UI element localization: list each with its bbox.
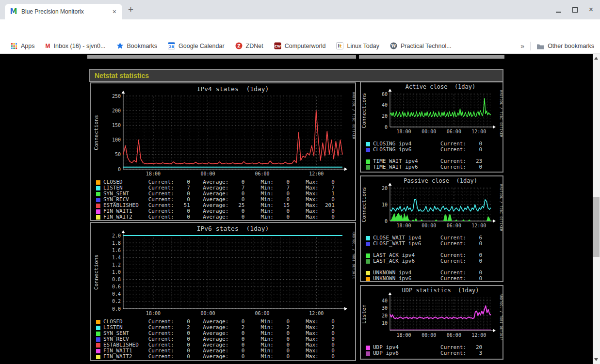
other-bookmarks[interactable]: Other bookmarks [536, 43, 594, 49]
active-close-legend: CLOSING ipv4 Current: 0CLOSING ipv6 Curr… [361, 137, 503, 170]
legend-row-text: TIME_WAIT ipv6 Current: 0 [373, 164, 482, 170]
section-title: Netstat statistics [90, 72, 149, 79]
ipv4-states-legend: CLOSED Current: 0 Average: 0 Min: 0 Max:… [91, 178, 355, 220]
svg-text:1.4: 1.4 [112, 255, 121, 260]
graph-udp-statistics[interactable]: 1020304018:0000:0006:0012:00UDP statisti… [360, 285, 503, 360]
legend-swatch [96, 215, 100, 220]
legend-swatch [366, 142, 370, 146]
legend-swatch [96, 209, 100, 214]
svg-text:M: M [10, 8, 17, 16]
bookmark-linux-today[interactable]: lt Linux Today [336, 42, 379, 49]
calendar-icon: 28 [168, 42, 175, 49]
svg-text:Listen: Listen [361, 304, 367, 324]
bookmark-bookmarks[interactable]: Bookmarks [116, 42, 158, 49]
svg-text:10: 10 [382, 202, 388, 207]
wordpress-icon: W [390, 42, 397, 49]
legend-swatch [366, 165, 370, 170]
page-scrollbar[interactable] [593, 54, 600, 364]
bookmark-google-calendar[interactable]: 28 Google Calendar [168, 42, 225, 49]
legend-swatch [96, 204, 100, 208]
legend-row-text: LAST_ACK ipv6 Current: 0 [373, 258, 482, 264]
svg-text:0.0: 0.0 [112, 306, 121, 312]
svg-text:00:00: 00:00 [200, 171, 215, 176]
legend-row-text: CLOSING ipv6 Current: 0 [373, 147, 482, 153]
svg-text:18:00: 18:00 [146, 171, 161, 176]
svg-text:0: 0 [118, 167, 121, 172]
svg-text:1.2: 1.2 [112, 262, 121, 268]
legend-swatch [366, 253, 370, 258]
passive-close-chart: 0102018:0000:0006:0012:00Passive close (… [361, 176, 503, 231]
tab-close-icon[interactable]: × [112, 8, 117, 15]
scrollbar-thumb[interactable] [593, 197, 600, 257]
svg-text:IPv6 states (1day): IPv6 states (1day) [197, 225, 269, 232]
svg-text:18:00: 18:00 [396, 129, 411, 134]
svg-text:06:00: 06:00 [255, 311, 270, 316]
legend-swatch [96, 180, 100, 185]
legend-swatch [366, 148, 370, 152]
previous-section-edge-right [359, 55, 504, 59]
svg-text:0: 0 [385, 125, 388, 130]
svg-text:RRDTOOL / TOBI OETIKER: RRDTOOL / TOBI OETIKER [499, 294, 503, 340]
svg-text:IPv4 states (1day): IPv4 states (1day) [197, 85, 269, 93]
svg-text:150: 150 [112, 123, 121, 128]
svg-text:20: 20 [382, 186, 388, 191]
svg-text:60: 60 [382, 92, 388, 97]
bookmark-computerworld[interactable]: CW Computerworld [274, 42, 326, 49]
browser-tab[interactable]: M Blue Precision Monitorix × [5, 4, 122, 19]
graph-ipv4-states[interactable]: 05010015020025018:0000:0006:0012:00IPv4 … [90, 82, 356, 221]
legend-swatch [96, 198, 100, 202]
legend-swatch [96, 337, 100, 342]
svg-text:RRDTOOL / TOBI OETIKER: RRDTOOL / TOBI OETIKER [352, 232, 355, 279]
monitorix-page: Netstat statistics 05010015020025018:000… [0, 54, 593, 364]
svg-text:0: 0 [385, 219, 388, 224]
legend-swatch [366, 236, 370, 240]
svg-text:RRDTOOL / TOBI OETIKER: RRDTOOL / TOBI OETIKER [499, 90, 503, 137]
ipv6-states-chart: 0.00.20.40.60.81.01.21.41.61.82.018:0000… [91, 223, 355, 318]
svg-text:Connections: Connections [361, 187, 367, 222]
window-minimize-icon[interactable] [556, 12, 561, 13]
legend-swatch [96, 326, 100, 330]
svg-text:50: 50 [115, 152, 121, 157]
passive-close-legend: CLOSE_WAIT ipv4 Current: 6CLOSE_WAIT ipv… [361, 231, 503, 282]
bookmark-zdnet[interactable]: Z ZDNet [235, 42, 263, 49]
svg-text:18:00: 18:00 [396, 332, 411, 338]
svg-text:RRDTOOL / TOBI OETIKER: RRDTOOL / TOBI OETIKER [499, 184, 503, 231]
svg-text:lt: lt [338, 44, 342, 48]
ipv6-states-legend: CLOSED Current: 0 Average: 0 Min: 0 Max:… [91, 318, 355, 360]
svg-text:12:00: 12:00 [471, 129, 486, 134]
bookmark-inbox[interactable]: M Inbox (16) - sjvn0... [46, 43, 106, 49]
legend-swatch [96, 320, 100, 324]
svg-text:0.6: 0.6 [112, 284, 121, 289]
scroll-down-icon[interactable] [594, 358, 598, 361]
folder-icon [536, 43, 544, 49]
legend-swatch [366, 159, 370, 164]
bookmark-practical-technology[interactable]: W Practical Technol... [390, 42, 452, 49]
svg-text:06:00: 06:00 [255, 171, 270, 176]
legend-swatch [96, 343, 100, 348]
legend-swatch [366, 242, 370, 246]
legend-swatch [366, 277, 370, 281]
legend-swatch [96, 349, 100, 353]
bookmarks-bar: Apps M Inbox (16) - sjvn0... Bookmarks 2… [0, 38, 600, 54]
svg-text:0.2: 0.2 [112, 299, 121, 304]
legend-row-text: UNKNOWN ipv6 Current: 0 [373, 276, 482, 282]
svg-text:250: 250 [112, 94, 121, 99]
svg-text:00:00: 00:00 [422, 332, 436, 338]
svg-text:100: 100 [112, 137, 121, 142]
bookmarks-separator [530, 42, 531, 50]
monitorix-favicon: M [10, 8, 17, 16]
bookmarks-overflow-icon[interactable]: » [520, 42, 524, 50]
svg-text:Z: Z [237, 44, 241, 48]
svg-text:Connections: Connections [93, 254, 99, 290]
scroll-up-icon[interactable] [594, 57, 598, 60]
graph-ipv6-states[interactable]: 0.00.20.40.60.81.01.21.41.61.82.018:0000… [90, 222, 356, 361]
new-tab-button[interactable]: + [128, 4, 133, 15]
svg-text:Connections: Connections [361, 93, 367, 128]
window-maximize-icon[interactable] [572, 7, 578, 13]
svg-text:10: 10 [382, 320, 388, 326]
bookmark-apps[interactable]: Apps [11, 43, 35, 49]
graph-active-close[interactable]: 020406018:0000:0006:0012:00Active close … [360, 81, 503, 173]
graph-passive-close[interactable]: 0102018:0000:0006:0012:00Passive close (… [360, 175, 503, 282]
legend-swatch [366, 271, 370, 275]
window-close-icon[interactable]: × [589, 6, 593, 14]
